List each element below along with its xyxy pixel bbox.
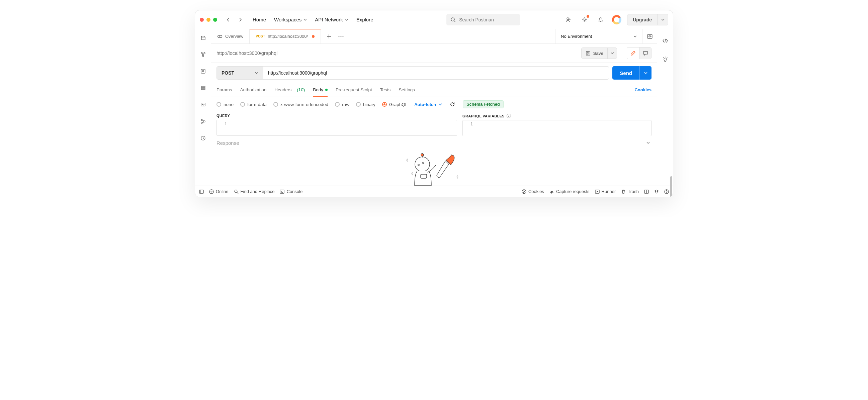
divider	[622, 49, 622, 58]
refresh-schema-button[interactable]	[449, 101, 456, 108]
chevron-down-icon	[647, 141, 650, 144]
flows-icon	[200, 119, 206, 125]
cookies-button[interactable]: Cookies	[522, 189, 544, 194]
window-minimize[interactable]	[207, 18, 211, 22]
response-label: Response	[217, 140, 239, 146]
rail-mock[interactable]	[198, 83, 208, 93]
url-input[interactable]	[264, 66, 609, 79]
plus-icon	[327, 34, 331, 39]
invite-button[interactable]	[563, 14, 574, 25]
bodytype-formdata[interactable]: form-data	[240, 102, 267, 107]
query-editor[interactable]: 1	[217, 120, 457, 136]
tab-request[interactable]: POST http://localhost:3000/	[250, 29, 321, 43]
settings-button[interactable]	[579, 14, 590, 25]
cookies-link[interactable]: Cookies	[634, 87, 651, 92]
learning-center-button[interactable]	[654, 189, 659, 194]
nav-api-network[interactable]: API Network	[315, 17, 348, 23]
variables-gutter: 1	[463, 121, 476, 136]
tab-tests[interactable]: Tests	[380, 83, 391, 97]
console-button[interactable]: Console	[280, 189, 303, 194]
tab-settings[interactable]: Settings	[399, 83, 415, 97]
search-placeholder: Search Postman	[459, 17, 494, 23]
unsaved-dot-icon	[312, 35, 314, 38]
nav-workspaces[interactable]: Workspaces	[274, 17, 307, 23]
environment-quicklook[interactable]	[642, 29, 657, 43]
scrollbar-thumb[interactable]	[670, 176, 672, 197]
variables-editor[interactable]: 1	[462, 120, 651, 136]
bodytype-raw[interactable]: raw	[335, 102, 349, 107]
tab-headers[interactable]: Headers (10)	[274, 83, 305, 97]
tab-prerequest[interactable]: Pre-request Script	[336, 83, 372, 97]
window-maximize[interactable]	[213, 18, 217, 22]
rail-environments[interactable]	[198, 67, 208, 76]
send-dropdown[interactable]	[640, 66, 651, 79]
bodytype-graphql[interactable]: GraphQL	[382, 102, 408, 107]
send-label: Send	[612, 70, 640, 76]
environment-selector[interactable]: No Environment	[555, 29, 642, 43]
svg-point-43	[666, 192, 666, 193]
info-icon[interactable]: i	[506, 114, 511, 118]
window-close[interactable]	[200, 18, 204, 22]
nav-forward[interactable]	[237, 16, 244, 24]
bodytype-binary[interactable]: binary	[356, 102, 375, 107]
upgrade-button[interactable]: Upgrade	[627, 14, 668, 25]
help-button[interactable]	[664, 189, 669, 194]
sidebar-toggle[interactable]	[199, 189, 204, 194]
online-status[interactable]: Online	[209, 189, 228, 194]
rail-collections[interactable]	[198, 33, 208, 42]
postbot-button[interactable]	[659, 54, 671, 65]
rail-monitors[interactable]	[198, 100, 208, 109]
new-tab-button[interactable]	[326, 33, 332, 40]
find-replace-button[interactable]: Find and Replace	[234, 189, 275, 194]
svg-point-35	[524, 191, 525, 191]
eye-box-icon	[647, 33, 653, 39]
svg-point-36	[523, 192, 524, 192]
trash-button[interactable]: Trash	[621, 189, 639, 194]
help-circle-icon	[664, 189, 669, 194]
capture-button[interactable]: Capture requests	[550, 189, 590, 194]
rail-history[interactable]	[198, 133, 208, 143]
svg-point-37	[552, 192, 552, 193]
bodytype-xwww[interactable]: x-www-form-urlencoded	[273, 102, 328, 107]
nav-explore[interactable]: Explore	[356, 17, 373, 23]
rail-flows[interactable]	[198, 117, 208, 126]
antenna-icon	[550, 189, 554, 194]
svg-point-23	[421, 154, 424, 156]
status-bar: Online Find and Replace Console Cookies …	[195, 186, 673, 197]
tab-body[interactable]: Body	[313, 83, 328, 97]
two-pane-button[interactable]	[644, 189, 649, 194]
tab-overview[interactable]: Overview	[211, 29, 250, 43]
notifications-button[interactable]	[595, 14, 606, 25]
bodytype-none[interactable]: none	[217, 102, 234, 107]
documentation-edit-button[interactable]	[627, 47, 639, 59]
runner-button[interactable]: Runner	[595, 189, 616, 194]
svg-point-33	[522, 190, 526, 194]
graphql-editors: QUERY 1 GRAPHQL VARIABLES i 1	[211, 111, 657, 136]
save-dropdown[interactable]	[607, 48, 617, 59]
svg-point-2	[584, 19, 586, 21]
autofetch-toggle[interactable]: Auto-fetch	[414, 102, 442, 107]
chevron-down-icon	[255, 71, 258, 75]
http-method-selector[interactable]: POST	[217, 66, 264, 79]
response-collapse[interactable]	[645, 139, 651, 146]
send-button[interactable]: Send	[612, 66, 651, 79]
query-label: QUERY	[217, 112, 457, 120]
tab-method-badge: POST	[256, 34, 265, 38]
variables-label: GRAPHQL VARIABLES i	[462, 112, 651, 120]
global-search[interactable]: Search Postman	[446, 14, 520, 25]
tab-params[interactable]: Params	[217, 83, 232, 97]
nav-home[interactable]: Home	[253, 17, 266, 23]
svg-point-19	[343, 36, 344, 37]
titlebar: Home Workspaces API Network Explore Sear…	[195, 10, 673, 29]
nav-back[interactable]	[224, 16, 232, 24]
account-avatar[interactable]	[611, 14, 622, 25]
request-title[interactable]: http://localhost:3000/graphql	[217, 51, 577, 56]
save-button[interactable]: Save	[581, 47, 617, 59]
save-label: Save	[593, 51, 603, 56]
upgrade-dropdown[interactable]	[657, 14, 668, 25]
rail-apis[interactable]	[198, 50, 208, 59]
tab-authorization[interactable]: Authorization	[240, 83, 267, 97]
comments-button[interactable]	[639, 47, 651, 59]
code-snippet-button[interactable]	[659, 35, 671, 46]
tab-overflow-button[interactable]	[338, 33, 344, 40]
